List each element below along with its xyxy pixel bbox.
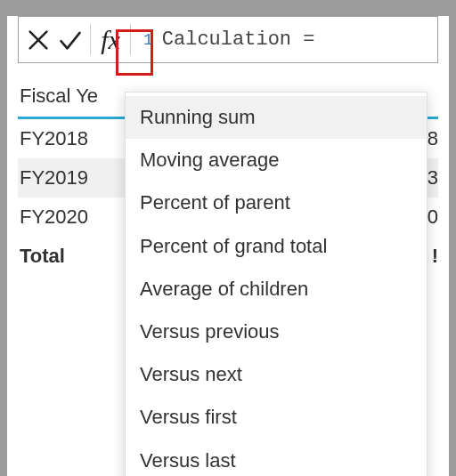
cell-total-label: Total xyxy=(18,245,107,268)
cell-year: FY2020 xyxy=(18,206,107,229)
dropdown-item[interactable]: Versus last xyxy=(126,440,427,477)
fx-glyph: fx xyxy=(101,27,120,53)
cell-year: FY2019 xyxy=(18,166,107,190)
dropdown-item[interactable]: Versus previous xyxy=(126,311,427,353)
formula-input[interactable] xyxy=(159,17,437,62)
cancel-icon[interactable] xyxy=(22,24,54,56)
cell-year: FY2018 xyxy=(18,127,107,150)
line-number: 1 xyxy=(134,31,159,49)
dropdown-item[interactable]: Percent of grand total xyxy=(126,225,427,268)
dropdown-item[interactable]: Running sum xyxy=(126,96,427,139)
formula-bar: fx 1 xyxy=(18,16,438,63)
dropdown-item[interactable]: Versus first xyxy=(126,396,427,439)
commit-icon[interactable] xyxy=(54,24,86,56)
fx-icon[interactable]: fx xyxy=(94,24,126,56)
divider xyxy=(90,24,91,56)
calculation-dropdown: Running sumMoving averagePercent of pare… xyxy=(125,92,428,476)
dropdown-item[interactable]: Versus next xyxy=(126,353,427,396)
dropdown-item[interactable]: Average of children xyxy=(126,268,427,311)
formula-bar-icons: fx xyxy=(19,17,134,62)
divider xyxy=(130,24,131,56)
dropdown-item[interactable]: Moving average xyxy=(126,139,427,182)
dropdown-item[interactable]: Percent of parent xyxy=(126,182,427,224)
